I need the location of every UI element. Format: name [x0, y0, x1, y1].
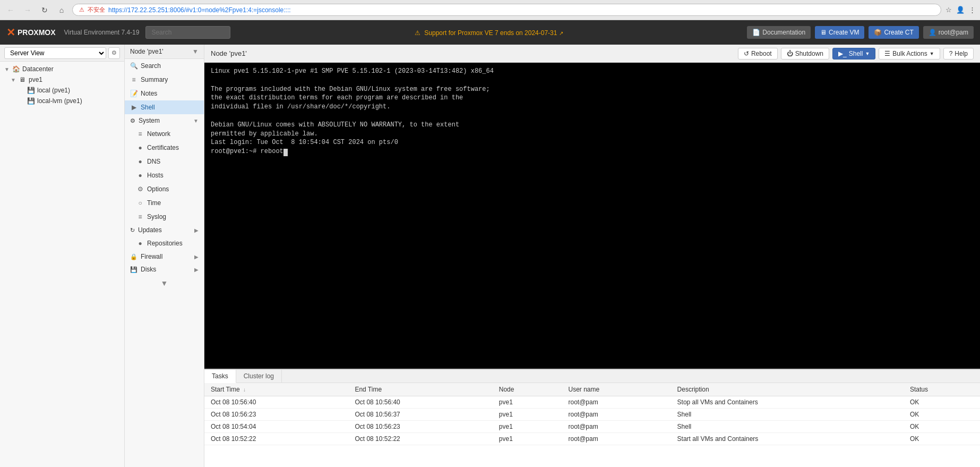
tab-cluster-log[interactable]: Cluster log [236, 370, 282, 383]
table-row[interactable]: Oct 08 10:54:04 Oct 08 10:56:23 pve1 roo… [204, 421, 980, 433]
reboot-button[interactable]: ↺ Reboot [738, 48, 778, 60]
tree-node-pve1[interactable]: ▼ 🖥 pve1 [0, 74, 124, 85]
storage-lvm-icon: 💾 [27, 97, 35, 105]
node-panel: Node 'pve1' ▼ 🔍 Search ≡ Summary 📝 Notes… [125, 45, 204, 467]
warning-text: Support for Proxmox VE 7 ends on 2024-07… [424, 29, 557, 37]
node-label: pve1 [29, 76, 42, 83]
nav-dns[interactable]: ● DNS [125, 155, 204, 168]
firewall-header-icon: 🔒 [130, 253, 137, 260]
time-nav-icon: ○ [136, 199, 144, 207]
table-row[interactable]: Oct 08 10:56:40 Oct 08 10:56:40 pve1 roo… [204, 396, 980, 409]
server-view-header: Server View ⚙ [0, 45, 124, 62]
storage-lvm-expand-icon [19, 98, 27, 104]
server-view-select[interactable]: Server View [4, 47, 106, 59]
tab-tasks[interactable]: Tasks [204, 370, 236, 383]
nav-network[interactable]: ≡ Network [125, 127, 204, 141]
col-user[interactable]: User name [562, 383, 670, 396]
security-label: 不安全 [88, 6, 105, 14]
create-ct-button[interactable]: 📦 Create CT [869, 26, 918, 39]
shutdown-label: Shutdown [795, 50, 823, 57]
shutdown-button[interactable]: ⏻ Shutdown [781, 48, 829, 60]
user-icon: 👤 [929, 29, 936, 36]
server-view-gear[interactable]: ⚙ [108, 47, 120, 59]
terminal-text: Linux pve1 5.15.102-1-pve #1 SMP PVE 5.1… [211, 67, 974, 156]
col-start-time[interactable]: Start Time ↓ [204, 383, 348, 396]
address-bar[interactable]: ⚠ 不安全 https://172.22.25.251:8006/#v1:0=n… [72, 4, 941, 16]
doc-icon: 📄 [752, 29, 760, 36]
tree-storage-local[interactable]: 💾 local (pve1) [0, 85, 124, 96]
create-ct-label: Create CT [884, 29, 913, 36]
nav-firewall-label: Firewall [141, 253, 162, 260]
system-header-icon: ⚙ [130, 117, 135, 124]
shell-button[interactable]: ▶_ Shell ▼ [832, 48, 875, 60]
content-area: Server View ⚙ ▼ 🏠 Datacenter ▼ 🖥 pve1 💾 [0, 45, 980, 467]
system-expand-icon: ▼ [193, 118, 199, 124]
col-status[interactable]: Status [904, 383, 980, 396]
nav-summary-label: Summary [141, 76, 168, 83]
datacenter-icon: 🏠 [12, 65, 20, 73]
tree-storage-lvm[interactable]: 💾 local-lvm (pve1) [0, 96, 124, 106]
table-row[interactable]: Oct 08 10:52:22 Oct 08 10:52:22 pve1 roo… [204, 433, 980, 445]
reboot-label: Reboot [751, 50, 772, 57]
left-panel: Server View ⚙ ▼ 🏠 Datacenter ▼ 🖥 pve1 💾 [0, 45, 125, 467]
menu-icon[interactable]: ⋮ [969, 6, 976, 14]
logo-x: ✕ [6, 26, 15, 39]
nav-time[interactable]: ○ Time [125, 196, 204, 210]
topbar-search[interactable] [145, 26, 230, 39]
warning-link[interactable]: ⚠ Support for Proxmox VE 7 ends on 2024-… [415, 29, 563, 37]
bookmark-icon[interactable]: ☆ [945, 6, 952, 14]
forward-button[interactable]: → [21, 4, 34, 16]
table-row[interactable]: Oct 08 10:56:23 Oct 08 10:56:37 pve1 roo… [204, 409, 980, 421]
updates-expand-icon: ▶ [194, 227, 199, 233]
bulk-label: Bulk Actions [892, 50, 927, 57]
reboot-icon: ↺ [744, 50, 749, 57]
documentation-button[interactable]: 📄 Documentation [747, 26, 811, 39]
nav-options[interactable]: ⚙ Options [125, 182, 204, 196]
cell-start: Oct 08 10:52:22 [204, 433, 348, 445]
url-text: https://172.22.25.251:8006/#v1:0=node%2F… [108, 6, 291, 14]
nav-system-label: System [139, 117, 160, 124]
back-button[interactable]: ← [4, 4, 17, 16]
nav-notes[interactable]: 📝 Notes [125, 87, 204, 100]
refresh-button[interactable]: ↻ [38, 4, 51, 16]
home-button[interactable]: ⌂ [55, 4, 68, 16]
create-vm-label: Create VM [829, 29, 859, 36]
col-node[interactable]: Node [493, 383, 562, 396]
nav-search[interactable]: 🔍 Search [125, 59, 204, 73]
nav-updates-header[interactable]: ↻ Updates ▶ [125, 224, 204, 236]
nav-system-header[interactable]: ⚙ System ▼ [125, 114, 204, 127]
nav-firewall-header[interactable]: 🔒 Firewall ▶ [125, 250, 204, 263]
cell-end: Oct 08 10:56:37 [348, 409, 492, 421]
col-description[interactable]: Description [671, 383, 904, 396]
cell-user: root@pam [562, 433, 670, 445]
terminal[interactable]: Linux pve1 5.15.102-1-pve #1 SMP PVE 5.1… [204, 63, 980, 369]
user-label: root@pam [939, 29, 968, 36]
nav-shell[interactable]: ▶ Shell [125, 100, 204, 114]
help-label: Help [955, 50, 968, 57]
nav-scroll-down[interactable]: ▼ [125, 276, 204, 291]
bottom-panel: Tasks Cluster log Start Time ↓ [204, 369, 980, 467]
topbar: ✕ PROXMOX Virtual Environment 7.4-19 ⚠ S… [0, 20, 980, 45]
notes-nav-icon: 📝 [130, 90, 137, 97]
shell-icon: ▶_ [838, 50, 847, 57]
nav-summary[interactable]: ≡ Summary [125, 73, 204, 87]
shell-label: Shell [849, 50, 863, 57]
nav-disks-header[interactable]: 💾 Disks ▶ [125, 263, 204, 276]
logo-proxmox: PROXMOX [18, 28, 56, 37]
nav-syslog[interactable]: ≡ Syslog [125, 210, 204, 224]
create-vm-button[interactable]: 🖥 Create VM [815, 26, 864, 39]
disks-expand-icon: ▶ [194, 267, 199, 273]
help-button[interactable]: ? Help [943, 48, 974, 60]
profile-icon[interactable]: 👤 [956, 6, 965, 14]
cell-end: Oct 08 10:52:22 [348, 433, 492, 445]
user-button[interactable]: 👤 root@pam [923, 26, 974, 39]
bulk-actions-button[interactable]: ☰ Bulk Actions ▼ [879, 48, 940, 60]
nav-repositories[interactable]: ● Repositories [125, 236, 204, 250]
tree-datacenter[interactable]: ▼ 🏠 Datacenter [0, 64, 124, 74]
firewall-expand-icon: ▶ [194, 254, 199, 260]
bottom-tabs: Tasks Cluster log [204, 370, 980, 383]
nav-hosts[interactable]: ● Hosts [125, 168, 204, 182]
nav-certificates[interactable]: ● Certificates [125, 141, 204, 155]
cell-node: pve1 [493, 409, 562, 421]
col-end-time[interactable]: End Time [348, 383, 492, 396]
